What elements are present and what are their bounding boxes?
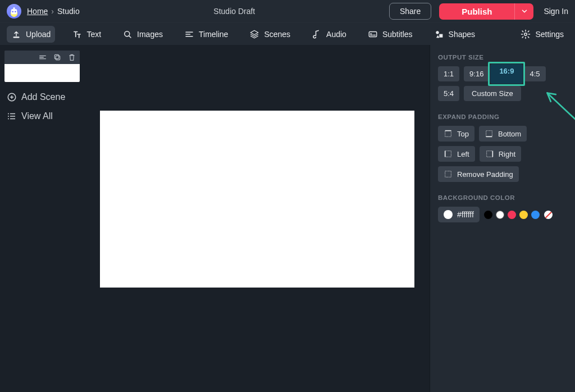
ratio-9-16[interactable]: 9:16 bbox=[464, 66, 489, 81]
canvas[interactable] bbox=[100, 111, 414, 288]
music-note-icon bbox=[312, 29, 322, 39]
pad-bottom[interactable]: Bottom bbox=[479, 126, 527, 142]
add-scene-button[interactable]: Add Scene bbox=[4, 88, 80, 107]
copy-icon[interactable] bbox=[53, 53, 62, 62]
svg-rect-22 bbox=[486, 151, 492, 157]
tool-audio[interactable]: Audio bbox=[307, 26, 351, 43]
svg-point-7 bbox=[436, 31, 439, 34]
svg-rect-18 bbox=[486, 131, 492, 137]
timeline-icon bbox=[184, 29, 194, 39]
svg-rect-20 bbox=[445, 151, 451, 157]
pad-left[interactable]: Left bbox=[438, 146, 475, 162]
tool-text-label: Text bbox=[86, 30, 101, 39]
bgcolor-swatch[interactable] bbox=[508, 211, 516, 219]
settings-panel: OUTPUT SIZE 1:1 9:16 16:9 4:5 5:4 Custom… bbox=[430, 45, 575, 392]
scene-rail: Add Scene View All bbox=[0, 45, 84, 392]
bgcolor-swatch[interactable] bbox=[496, 211, 504, 219]
search-icon bbox=[122, 29, 133, 39]
signin-link[interactable]: Sign In bbox=[544, 7, 568, 16]
tool-images[interactable]: Images bbox=[118, 26, 167, 43]
scene-thumb-preview[interactable] bbox=[4, 64, 80, 82]
tool-settings[interactable]: Settings bbox=[516, 26, 568, 43]
pad-remove-icon bbox=[444, 170, 453, 179]
svg-rect-0 bbox=[11, 9, 17, 14]
svg-rect-24 bbox=[445, 171, 451, 177]
chevron-right-icon: › bbox=[51, 7, 54, 16]
svg-rect-8 bbox=[439, 34, 442, 37]
svg-point-2 bbox=[15, 11, 16, 12]
tool-timeline-label: Timeline bbox=[199, 30, 228, 39]
avatar[interactable] bbox=[7, 4, 21, 19]
tool-shapes[interactable]: Shapes bbox=[430, 26, 480, 43]
tool-timeline[interactable]: Timeline bbox=[180, 26, 232, 43]
bgcolor-swatch[interactable] bbox=[484, 211, 492, 219]
list-icon bbox=[7, 111, 17, 121]
tool-settings-label: Settings bbox=[535, 30, 564, 39]
pad-top-icon bbox=[444, 129, 453, 138]
bgcolor-value: #ffffff bbox=[457, 210, 474, 219]
pad-bottom-icon bbox=[485, 129, 494, 138]
svg-point-15 bbox=[8, 118, 9, 120]
tool-images-label: Images bbox=[137, 30, 163, 39]
svg-point-13 bbox=[8, 113, 9, 115]
bgcolor-swatch[interactable] bbox=[519, 211, 528, 219]
top-bar: Home › Studio Studio Draft Share Publish… bbox=[0, 0, 575, 22]
scene-controls bbox=[4, 51, 80, 64]
ratio-5-4[interactable]: 5:4 bbox=[438, 86, 459, 101]
svg-rect-3 bbox=[13, 7, 15, 9]
main-area: Add Scene View All OUTPUT SIZE 1:1 9:16 … bbox=[0, 45, 575, 392]
view-all-button[interactable]: View All bbox=[4, 107, 80, 126]
tool-upload[interactable]: Upload bbox=[7, 26, 55, 43]
ratio-16-9[interactable]: 16:9 bbox=[494, 63, 519, 79]
upload-icon bbox=[11, 29, 21, 39]
pad-right[interactable]: Right bbox=[480, 146, 521, 162]
shapes-icon bbox=[434, 29, 444, 39]
tool-upload-label: Upload bbox=[26, 30, 51, 39]
svg-point-1 bbox=[12, 11, 13, 12]
breadcrumb: Home › Studio bbox=[27, 7, 80, 16]
reorder-icon[interactable] bbox=[38, 53, 47, 62]
background-color-heading: BACKGROUND COLOR bbox=[438, 194, 567, 201]
pad-top[interactable]: Top bbox=[438, 126, 474, 142]
svg-rect-11 bbox=[54, 54, 58, 58]
publish-button[interactable]: Publish bbox=[439, 3, 514, 20]
publish-dropdown-button[interactable] bbox=[514, 3, 533, 20]
svg-point-9 bbox=[524, 33, 527, 35]
tool-row: Upload Text Images Timeline Scenes Audio… bbox=[0, 22, 575, 45]
trash-icon[interactable] bbox=[67, 53, 76, 62]
tool-text[interactable]: Text bbox=[67, 26, 106, 43]
tool-scenes-label: Scenes bbox=[264, 30, 290, 39]
layers-icon bbox=[249, 29, 259, 39]
publish-group: Publish bbox=[439, 3, 533, 20]
section-expand-padding: EXPAND PADDING Top Bottom Left Right bbox=[438, 113, 567, 182]
ratio-4-5[interactable]: 4:5 bbox=[524, 66, 545, 81]
output-size-heading: OUTPUT SIZE bbox=[438, 54, 567, 61]
svg-rect-4 bbox=[13, 37, 20, 38]
canvas-stage bbox=[84, 45, 430, 392]
ratio-1-1[interactable]: 1:1 bbox=[438, 66, 459, 81]
tool-scenes[interactable]: Scenes bbox=[245, 26, 295, 43]
breadcrumb-home[interactable]: Home bbox=[27, 7, 48, 16]
add-scene-label: Add Scene bbox=[21, 92, 65, 102]
pad-left-icon bbox=[444, 149, 453, 158]
tool-subtitles-label: Subtitles bbox=[382, 30, 413, 39]
bgcolor-value-chip[interactable]: #ffffff bbox=[438, 207, 480, 222]
bgcolor-current-swatch bbox=[444, 210, 453, 219]
bgcolor-none[interactable] bbox=[544, 211, 553, 219]
view-all-label: View All bbox=[21, 111, 53, 121]
subtitles-icon bbox=[368, 29, 378, 39]
svg-point-5 bbox=[125, 31, 130, 36]
section-background-color: BACKGROUND COLOR #ffffff bbox=[438, 194, 567, 222]
page-title: Studio Draft bbox=[80, 7, 389, 16]
chevron-down-icon bbox=[521, 7, 528, 15]
breadcrumb-current: Studio bbox=[57, 7, 80, 16]
tool-audio-label: Audio bbox=[326, 30, 346, 39]
custom-size[interactable]: Custom Size bbox=[464, 86, 521, 101]
share-button[interactable]: Share bbox=[389, 3, 431, 20]
bgcolor-swatch[interactable] bbox=[531, 211, 540, 219]
pad-remove[interactable]: Remove Padding bbox=[438, 166, 519, 182]
tool-subtitles[interactable]: Subtitles bbox=[363, 26, 417, 43]
text-icon bbox=[72, 29, 82, 39]
scene-thumbnail[interactable] bbox=[4, 51, 80, 82]
plus-circle-icon bbox=[7, 92, 17, 102]
